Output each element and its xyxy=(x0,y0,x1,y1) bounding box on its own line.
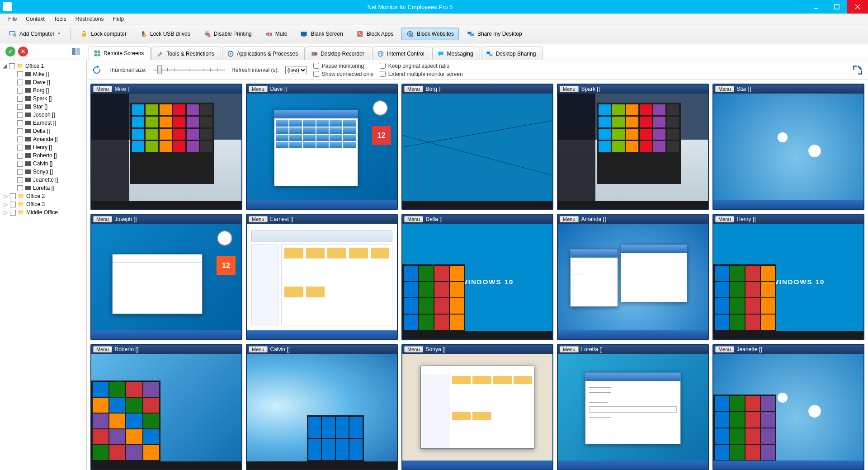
checkbox[interactable] xyxy=(17,145,23,150)
checkbox[interactable] xyxy=(10,193,16,199)
menu-item-tools[interactable]: Tools xyxy=(49,16,71,22)
tree-node-computer[interactable]: Star [] xyxy=(15,103,86,111)
checkbox[interactable] xyxy=(17,96,23,102)
thumbnail-menu-button[interactable]: Menu xyxy=(249,86,268,92)
thumbnail-card[interactable]: MenuCalvin [] xyxy=(246,344,398,470)
thumbnail-card[interactable]: MenuLoretta []——————————————————————————… xyxy=(557,344,709,470)
collapse-icon[interactable]: ◢ xyxy=(2,63,7,69)
checkbox[interactable] xyxy=(17,80,23,85)
tree-node-computer[interactable]: Roberto [] xyxy=(15,151,86,160)
show-connected-checkbox[interactable] xyxy=(313,71,319,77)
expand-icon[interactable]: ▷ xyxy=(3,193,8,199)
maximize-button[interactable] xyxy=(826,0,847,14)
thumbnail-preview[interactable] xyxy=(402,354,552,470)
thumbnail-card[interactable]: MenuMike [] xyxy=(90,84,242,210)
thumbnail-preview[interactable] xyxy=(91,94,241,209)
checkbox[interactable] xyxy=(17,161,23,167)
thumbnail-preview[interactable] xyxy=(713,354,863,470)
columns-icon[interactable] xyxy=(71,46,81,57)
close-button[interactable] xyxy=(847,0,868,14)
tree-node-computer[interactable]: Calvin [] xyxy=(15,160,86,168)
thumbnail-card[interactable]: MenuEarnest [] xyxy=(246,214,398,340)
thumbnail-preview[interactable] xyxy=(91,354,241,470)
extend-monitor-checkbox[interactable] xyxy=(380,71,386,77)
checkbox[interactable] xyxy=(17,120,23,126)
tree-node-computer[interactable]: Earnest [] xyxy=(15,119,86,127)
thumbnail-preview[interactable]: 12 xyxy=(247,94,397,209)
thumbnail-card[interactable]: MenuDella []WINDOWS 10 xyxy=(401,214,553,340)
tree-node-computer[interactable]: Loretta [] xyxy=(15,184,86,192)
thumbnail-menu-button[interactable]: Menu xyxy=(249,346,268,352)
thumbnail-menu-button[interactable]: Menu xyxy=(93,346,112,352)
toolbar-monitor-add-button[interactable]: Add Computer▼ xyxy=(4,28,66,40)
tab-internet-control[interactable]: Internet Control xyxy=(372,47,431,60)
menu-item-restrictions[interactable]: Restrictions xyxy=(71,16,108,22)
tab-remote-screens[interactable]: Remote Screens xyxy=(89,47,151,60)
tree-node-office1[interactable]: ◢ 📁 Office 1 xyxy=(0,62,86,70)
thumbnail-card[interactable]: MenuDave []12 xyxy=(246,84,398,210)
tree-node-computer[interactable]: Henry [] xyxy=(15,143,86,151)
tree-node-computer[interactable]: Borg [] xyxy=(15,86,86,94)
tree-node-folder[interactable]: ▷📁Office 2 xyxy=(0,192,86,200)
thumbnail-card[interactable]: MenuRoberto [] xyxy=(90,344,242,470)
tree-node-computer[interactable]: Sonya [] xyxy=(15,168,86,176)
thumbnail-menu-button[interactable]: Menu xyxy=(715,216,734,222)
checkbox[interactable] xyxy=(17,128,23,134)
thumbnail-preview[interactable]: 12 xyxy=(91,224,241,339)
checkbox[interactable] xyxy=(17,153,23,159)
toolbar-lock-button[interactable]: Lock computer xyxy=(75,28,132,40)
thumbnail-preview[interactable] xyxy=(713,94,863,209)
thumbnail-menu-button[interactable]: Menu xyxy=(560,346,579,352)
tree-node-folder[interactable]: ▷📁Office 3 xyxy=(0,200,86,208)
checkbox[interactable] xyxy=(17,88,23,94)
checkbox[interactable] xyxy=(10,202,16,207)
thumbnail-card[interactable]: MenuJeanette [] xyxy=(712,344,864,470)
expand-icon[interactable]: ▷ xyxy=(3,201,8,207)
thumbnail-card[interactable]: MenuStar [] xyxy=(712,84,864,210)
toolbar-block-apps-button[interactable]: Block Apps xyxy=(351,28,398,40)
tree-node-folder[interactable]: ▷📁Middle Office xyxy=(0,208,86,216)
tree-node-computer[interactable]: Jeanette [] xyxy=(15,176,86,184)
thumbnail-card[interactable]: MenuSpark [] xyxy=(557,84,709,210)
tree-node-computer[interactable]: Della [] xyxy=(15,127,86,135)
thumbnail-preview[interactable]: —— ———— ———— ———— —— xyxy=(558,224,708,339)
checkbox[interactable] xyxy=(17,112,23,118)
toolbar-speaker-mute-button[interactable]: Mute xyxy=(259,28,292,40)
refresh-interval-select[interactable]: (live) xyxy=(285,66,307,74)
thumbnail-menu-button[interactable]: Menu xyxy=(560,216,579,222)
thumbnail-menu-button[interactable]: Menu xyxy=(404,346,423,352)
tab-desktop-recorder[interactable]: Desktop Recorder xyxy=(306,47,371,60)
checkbox[interactable] xyxy=(17,104,23,110)
thumbnail-card[interactable]: MenuJoseph []12 xyxy=(90,214,242,340)
checkbox[interactable] xyxy=(9,63,15,69)
thumbnail-preview[interactable] xyxy=(247,224,397,339)
status-error-icon[interactable]: ✕ xyxy=(18,47,28,56)
thumbnail-preview[interactable] xyxy=(402,94,552,209)
thumbnail-card[interactable]: MenuSonya [] xyxy=(401,344,553,470)
tree-node-computer[interactable]: Amanda [] xyxy=(15,135,86,143)
pause-monitoring-checkbox[interactable] xyxy=(313,63,319,69)
thumbnail-menu-button[interactable]: Menu xyxy=(93,216,112,222)
thumbnail-preview[interactable]: WINDOWS 10 xyxy=(402,224,552,339)
menu-item-file[interactable]: File xyxy=(4,16,21,22)
minimize-button[interactable] xyxy=(806,0,826,14)
thumbnail-menu-button[interactable]: Menu xyxy=(404,216,423,222)
toolbar-blank-screen-button[interactable]: Blank Screen xyxy=(295,28,348,40)
fullscreen-icon[interactable] xyxy=(852,64,863,76)
checkbox[interactable] xyxy=(17,136,23,142)
checkbox[interactable] xyxy=(17,185,23,191)
tree-node-computer[interactable]: Spark [] xyxy=(15,94,86,103)
thumbnail-card[interactable]: MenuAmanda []—— ———— ———— ———— —— xyxy=(557,214,709,340)
thumbnail-preview[interactable] xyxy=(247,354,397,470)
toolbar-printer-disable-button[interactable]: Disable Printing xyxy=(198,28,257,40)
thumbnail-menu-button[interactable]: Menu xyxy=(715,86,734,92)
checkbox[interactable] xyxy=(17,71,23,77)
thumbnail-card[interactable]: MenuBorg [] xyxy=(401,84,553,210)
tab-applications-processes[interactable]: Applications & Processes xyxy=(222,47,305,60)
checkbox[interactable] xyxy=(17,177,23,183)
tab-tools-restrictions[interactable]: Tools & Restrictions xyxy=(151,47,221,60)
thumbnail-preview[interactable] xyxy=(558,94,708,209)
tree-node-computer[interactable]: Dave [] xyxy=(15,78,86,86)
menu-item-help[interactable]: Help xyxy=(108,16,128,22)
thumbnail-menu-button[interactable]: Menu xyxy=(249,216,268,222)
